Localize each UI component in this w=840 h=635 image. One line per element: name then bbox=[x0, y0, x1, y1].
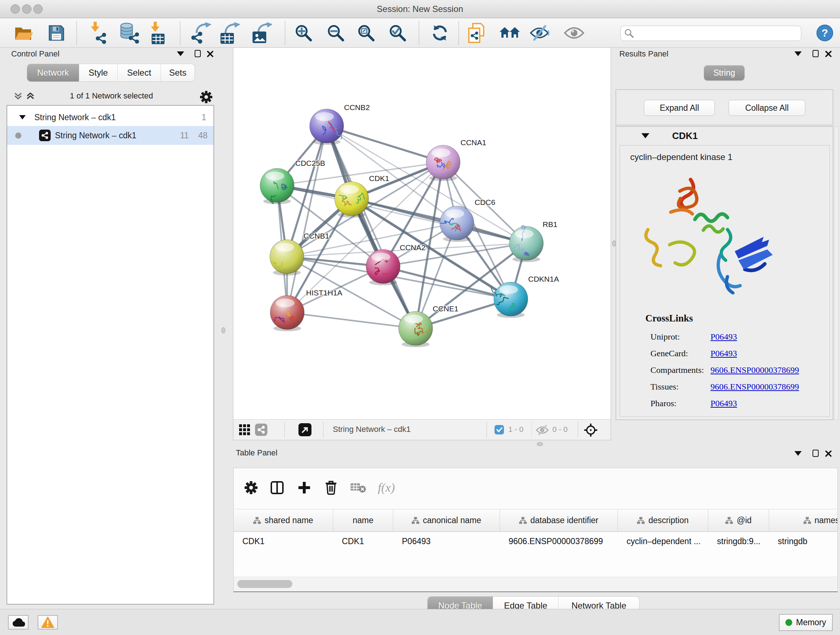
detach-view-button[interactable] bbox=[298, 423, 311, 436]
zoom-fit-button[interactable] bbox=[355, 20, 378, 46]
function-builder-button[interactable]: f(x) bbox=[376, 477, 397, 499]
help-button[interactable]: ? bbox=[816, 25, 833, 41]
scrollbar-thumb[interactable] bbox=[237, 580, 292, 588]
network-options-gear-icon[interactable] bbox=[200, 90, 213, 103]
table-options-gear-icon[interactable] bbox=[240, 477, 262, 499]
crosslink-value-link[interactable]: P06493 bbox=[711, 348, 737, 358]
network-edge-CCNB2-CCNE1[interactable] bbox=[327, 126, 416, 328]
network-node-RB1[interactable]: RB1 bbox=[509, 220, 557, 262]
table-cell[interactable]: stringdb:9... bbox=[708, 532, 769, 550]
import-table-file-button[interactable] bbox=[146, 20, 169, 46]
control-panel-title: Control Panel bbox=[11, 49, 59, 59]
export-network-button[interactable] bbox=[189, 20, 213, 46]
network-node-CCNB2[interactable]: CCNB2 bbox=[309, 103, 370, 145]
column-type-icon bbox=[253, 517, 261, 524]
collection-expander-icon[interactable] bbox=[19, 115, 26, 119]
refresh-view-button[interactable] bbox=[428, 20, 452, 46]
table-cell[interactable]: stringdb bbox=[769, 532, 838, 550]
table-cell[interactable]: cyclin–dependent ... bbox=[618, 532, 708, 550]
birds-eye-view-icon[interactable] bbox=[584, 423, 598, 437]
results-panel-float-icon[interactable] bbox=[813, 50, 819, 57]
left-splitter-handle[interactable] bbox=[221, 327, 225, 333]
collapse-all-networks-icon[interactable] bbox=[14, 92, 22, 100]
memory-button[interactable]: Memory bbox=[779, 614, 833, 631]
first-neighbors-button[interactable] bbox=[499, 20, 522, 46]
table-cell[interactable]: P06493 bbox=[393, 532, 500, 550]
cloud-status-button[interactable] bbox=[8, 615, 28, 630]
network-canvas[interactable]: CCNB2CCNA1CDC25BCDK1CDC6RB1CCNB1CCNA2CDK… bbox=[233, 48, 611, 419]
create-column-plus-icon[interactable] bbox=[294, 477, 315, 499]
results-scrollbar[interactable] bbox=[834, 126, 838, 420]
export-image-button[interactable] bbox=[250, 20, 273, 46]
zoom-out-button[interactable] bbox=[324, 20, 347, 46]
crosslink-value-link[interactable]: 9606.ENSP00000378699 bbox=[711, 382, 799, 392]
table-panel-menu-icon[interactable] bbox=[794, 451, 802, 456]
hide-selected-button[interactable] bbox=[529, 20, 552, 46]
crosslink-value-link[interactable]: P06493 bbox=[711, 399, 737, 409]
expand-all-button[interactable]: Expand All bbox=[644, 100, 715, 116]
column-header-canonical-name[interactable]: canonical name bbox=[393, 509, 500, 532]
table-row[interactable]: CDK1CDK1P064939606.ENSP00000378699cyclin… bbox=[234, 532, 838, 550]
crosslink-label: Pharos: bbox=[651, 399, 711, 409]
zoom-selected-button[interactable] bbox=[386, 20, 409, 46]
table-cell[interactable]: CDK1 bbox=[234, 532, 333, 550]
gene-details-box: CDK1 cyclin–dependent kinase 1 bbox=[616, 126, 833, 420]
string-documents-button[interactable] bbox=[465, 20, 488, 46]
table-panel-title: Table Panel bbox=[236, 448, 278, 458]
show-all-button[interactable] bbox=[562, 20, 586, 46]
column-header--id[interactable]: @id bbox=[708, 509, 769, 532]
delete-columns-trash-icon[interactable] bbox=[320, 477, 342, 499]
gene-expander-icon[interactable] bbox=[641, 133, 649, 138]
warnings-button[interactable] bbox=[38, 615, 58, 630]
results-tab-string[interactable]: String bbox=[704, 65, 745, 80]
search-field[interactable] bbox=[621, 26, 801, 41]
column-header-namespace[interactable]: namespace bbox=[769, 509, 838, 532]
show-columns-icon[interactable] bbox=[266, 477, 288, 499]
bottom-splitter-handle[interactable] bbox=[537, 442, 543, 446]
expand-all-networks-icon[interactable] bbox=[26, 92, 35, 100]
network-row-selected[interactable]: String Network – cdk1 11 48 bbox=[7, 126, 213, 145]
delete-table-icon[interactable] bbox=[347, 477, 369, 499]
control-panel-float-icon[interactable] bbox=[195, 50, 201, 57]
column-type-icon bbox=[804, 517, 811, 524]
search-input[interactable] bbox=[634, 28, 797, 38]
zoom-in-button[interactable] bbox=[292, 20, 315, 46]
table-panel-float-icon[interactable] bbox=[813, 450, 819, 457]
table-horizontal-scrollbar[interactable] bbox=[234, 577, 837, 591]
selected-nodes-checkbox[interactable] bbox=[494, 425, 504, 434]
network-node-HIST1H1A[interactable]: HIST1H1A bbox=[270, 288, 342, 331]
network-type-badge-icon[interactable] bbox=[255, 424, 267, 436]
crosslink-value-link[interactable]: P06493 bbox=[711, 332, 737, 342]
tab-sets[interactable]: Sets bbox=[161, 64, 195, 81]
fx-label: f(x) bbox=[378, 481, 395, 494]
tab-style[interactable]: Style bbox=[79, 64, 118, 81]
table-panel-close-icon[interactable] bbox=[825, 450, 832, 457]
import-network-database-button[interactable] bbox=[118, 20, 141, 46]
column-header-description[interactable]: description bbox=[618, 509, 708, 532]
column-header-name[interactable]: name bbox=[333, 509, 393, 532]
results-panel-menu-icon[interactable] bbox=[794, 51, 802, 56]
grid-mode-icon[interactable] bbox=[239, 424, 251, 436]
collapse-all-button[interactable]: Collapse All bbox=[729, 100, 805, 116]
column-header-shared-name[interactable]: shared name bbox=[234, 509, 333, 532]
network-node-CDK1[interactable]: CDK1 bbox=[335, 174, 389, 218]
column-header-database-identifier[interactable]: database identifier bbox=[500, 509, 618, 532]
import-network-file-button[interactable] bbox=[86, 20, 109, 46]
open-folder-icon bbox=[14, 25, 34, 41]
crosslink-value-link[interactable]: 9606.ENSP00000378699 bbox=[711, 365, 799, 375]
open-session-button[interactable] bbox=[12, 20, 35, 46]
export-table-button[interactable] bbox=[218, 20, 241, 46]
control-panel-close-icon[interactable] bbox=[207, 51, 213, 57]
warning-icon bbox=[41, 616, 54, 628]
network-node-count: 11 bbox=[180, 131, 189, 141]
network-edge-HIST1H1A-CCNE1[interactable] bbox=[287, 312, 416, 328]
network-edge-CCNB2-CCNA1[interactable] bbox=[327, 126, 443, 162]
table-cell[interactable]: CDK1 bbox=[333, 532, 393, 550]
table-cell[interactable]: 9606.ENSP00000378699 bbox=[500, 532, 618, 550]
control-panel-menu-icon[interactable] bbox=[177, 51, 184, 56]
tab-select[interactable]: Select bbox=[118, 64, 161, 81]
save-session-button[interactable] bbox=[45, 20, 68, 46]
network-collection-row[interactable]: String Network – cdk1 1 bbox=[7, 109, 213, 126]
results-panel-close-icon[interactable] bbox=[825, 51, 832, 57]
tab-network[interactable]: Network bbox=[27, 64, 79, 81]
